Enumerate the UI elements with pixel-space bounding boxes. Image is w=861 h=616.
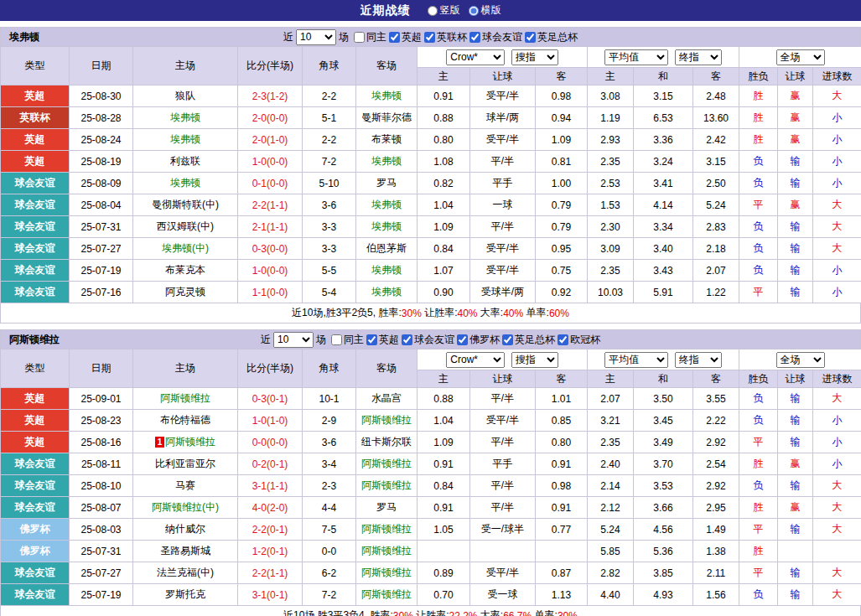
col-header-score: 比分(半场) (238, 47, 303, 85)
scope-select[interactable]: 全场 (776, 49, 825, 65)
filter-near-label: 近 (283, 30, 293, 44)
match-row: 球会友谊25-08-09埃弗顿0-1(0-0)5-10罗马0.82平手1.002… (1, 173, 861, 194)
filter-bar: 近 10 场 同主英超球会友谊佛罗杯英足总杯欧冠杯 (1, 332, 860, 348)
handicap-result: 赢 (778, 107, 813, 129)
layout-option-horizontal[interactable]: 横版 (469, 3, 501, 18)
odds-company-select[interactable]: Crow* (446, 49, 505, 65)
search-index-select[interactable]: 搜指 (511, 49, 558, 65)
match-date: 25-07-27 (70, 562, 133, 584)
filter-checkbox[interactable] (502, 334, 513, 345)
match-count-select[interactable]: 10 (273, 332, 314, 348)
avg-draw-odds: 3.24 (634, 151, 693, 173)
average-select[interactable]: 平均值 (604, 49, 668, 65)
summary-segment: 让胜率: (413, 608, 449, 616)
goals-result: 小 (813, 107, 861, 129)
handicap-result: 赢 (778, 85, 813, 107)
match-result: 负 (739, 216, 778, 238)
filter-option[interactable]: 英足总杯 (502, 333, 555, 347)
score: 2-3(1-2) (238, 85, 303, 107)
horizontal-layout-radio[interactable] (469, 6, 479, 16)
handicap-home-odds: 1.08 (418, 151, 470, 173)
handicap-line: 受平/半 (470, 129, 536, 151)
match-count-select[interactable]: 10 (296, 29, 336, 45)
filter-checkbox[interactable] (469, 32, 480, 43)
avg-away-odds: 2.18 (693, 238, 739, 260)
match-date: 25-07-27 (70, 238, 133, 260)
score: 1-2(0-1) (238, 541, 303, 562)
goals-result: 大 (813, 85, 861, 107)
handicap-line: 平/半 (470, 475, 536, 497)
match-row: 英超25-08-19利兹联1-0(0-0)7-2埃弗顿1.08平/半0.812.… (1, 151, 861, 173)
final-index-select[interactable]: 终指 (675, 352, 722, 368)
handicap-line: 平/半 (470, 432, 536, 453)
filter-checkbox[interactable] (402, 334, 412, 345)
page-title: 近期战绩 (360, 3, 411, 18)
competition-badge: 英超 (1, 432, 70, 453)
filter-checkbox[interactable] (457, 334, 468, 345)
layout-option-vertical[interactable]: 竖版 (428, 3, 460, 18)
handicap-line: 受球半/两 (470, 282, 536, 303)
filter-label: 同主 (366, 30, 386, 44)
filter-option[interactable]: 英联杯 (424, 30, 467, 44)
home-team: 法兰克福(中) (133, 562, 238, 584)
filter-label: 英足总杯 (515, 333, 555, 347)
odds-company-select[interactable]: Crow* (446, 352, 505, 368)
filter-option[interactable]: 欧冠杯 (558, 333, 600, 347)
final-index-select[interactable]: 终指 (675, 49, 722, 65)
summary-segment: 60% (549, 308, 569, 319)
home-team: 马赛 (133, 475, 238, 497)
filter-checkboxes: 同主英超英联杯球会友谊英足总杯 (351, 30, 578, 44)
match-result: 平 (739, 432, 778, 453)
filter-option[interactable]: 英足总杯 (525, 30, 578, 44)
goals-result: 小 (813, 282, 861, 303)
col-header-handicap-away: 客 (536, 68, 588, 85)
scope-select[interactable]: 全场 (776, 352, 825, 368)
handicap-line: 受平/半 (470, 410, 536, 432)
filter-checkbox[interactable] (558, 334, 568, 345)
results-table: 类型 日期 主场 比分(半场) 角球 客场 Crow* 搜指 平均值 终指 全场 (0, 46, 861, 303)
filter-checkboxes: 同主英超球会友谊佛罗杯英足总杯欧冠杯 (329, 333, 600, 347)
col-header-handicap-home: 主 (418, 68, 470, 85)
filter-checkbox[interactable] (354, 32, 365, 43)
filter-checkbox[interactable] (525, 32, 536, 43)
filter-option[interactable]: 同主 (331, 333, 364, 347)
filter-checkbox[interactable] (389, 32, 400, 43)
match-date: 25-08-03 (70, 519, 133, 541)
avg-away-odds: 1.56 (693, 584, 739, 606)
filter-option[interactable]: 英超 (389, 30, 422, 44)
search-index-select[interactable]: 搜指 (511, 352, 558, 368)
filter-option[interactable]: 球会友谊 (469, 30, 522, 44)
average-select[interactable]: 平均值 (604, 352, 668, 368)
handicap-result (778, 541, 813, 562)
handicap-result: 赢 (778, 453, 813, 475)
vertical-layout-radio[interactable] (428, 6, 438, 16)
filter-option[interactable]: 佛罗杯 (457, 333, 500, 347)
avg-draw-odds: 6.53 (634, 107, 693, 129)
filter-checkbox[interactable] (424, 32, 435, 43)
away-team: 罗马 (356, 173, 418, 194)
avg-home-odds: 2.30 (588, 216, 634, 238)
summary-segment: 30% (558, 610, 578, 616)
goals-result: 小 (813, 410, 861, 432)
corner-count: 5-4 (303, 282, 356, 303)
filter-option[interactable]: 球会友谊 (402, 333, 454, 347)
corner-count: 2-9 (303, 410, 356, 432)
corner-count: 5-10 (303, 173, 356, 194)
filter-checkbox[interactable] (366, 334, 377, 345)
match-result: 平 (739, 519, 778, 541)
col-header-score: 比分(半场) (238, 349, 303, 388)
filter-option[interactable]: 同主 (354, 30, 386, 44)
avg-home-odds: 10.03 (588, 282, 634, 303)
away-team: 纽卡斯尔联 (356, 432, 418, 453)
avg-draw-odds: 3.50 (634, 388, 693, 410)
avg-draw-odds: 3.15 (634, 85, 693, 107)
match-date: 25-08-30 (70, 85, 133, 107)
match-row: 球会友谊25-07-27法兰克福(中)2-2(1-1)6-2阿斯顿维拉0.89受… (1, 562, 861, 584)
filter-option[interactable]: 英超 (366, 333, 399, 347)
match-row: 佛罗杯25-07-31圣路易斯城1-2(0-1)0-0阿斯顿维拉5.855.36… (1, 541, 861, 562)
match-row: 球会友谊25-07-31西汉姆联(中)2-1(1-1)3-3埃弗顿1.09平/半… (1, 216, 861, 238)
handicap-line: 平手 (470, 453, 536, 475)
filter-checkbox[interactable] (331, 334, 342, 345)
handicap-away-odds: 1.13 (536, 584, 588, 606)
handicap-line: 受平/半 (470, 238, 536, 260)
